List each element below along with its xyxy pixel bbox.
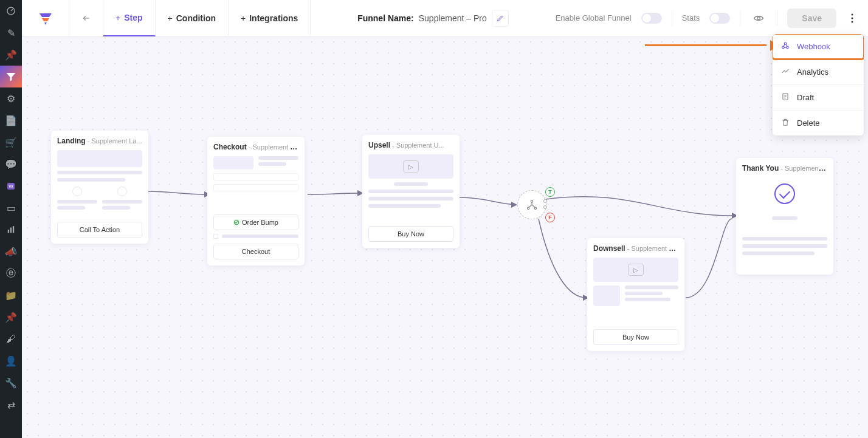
- play-icon: ▷: [628, 264, 644, 276]
- node-checkout[interactable]: Checkout - Supplement C... Order Bump Ch…: [207, 137, 305, 265]
- sidebar-item-funnel[interactable]: [0, 66, 22, 87]
- check-circle-icon: [233, 219, 239, 225]
- funnel-logo-icon: [38, 11, 53, 26]
- svg-point-14: [531, 200, 532, 202]
- funnel-name: Funnel Name: Supplement – Pro: [311, 10, 555, 27]
- tab-label: Condition: [176, 13, 216, 23]
- port: [543, 199, 547, 203]
- svg-rect-2: [10, 228, 12, 233]
- sidebar-item-8[interactable]: W: [0, 175, 22, 197]
- dropdown-label: Analytics: [797, 67, 828, 77]
- topbar-right: Enable Global Funnel Stats Save: [556, 9, 868, 28]
- node-checkout-button[interactable]: Checkout: [213, 244, 298, 259]
- plus-icon: +: [241, 13, 246, 23]
- node-buy-button[interactable]: Buy Now: [593, 329, 678, 345]
- eye-icon: [753, 13, 764, 24]
- back-button[interactable]: [69, 0, 103, 36]
- node-buy-button[interactable]: Buy Now: [368, 226, 453, 242]
- preview-button[interactable]: [750, 10, 767, 27]
- dropdown-item-delete[interactable]: Delete: [773, 110, 864, 135]
- sidebar-item-17[interactable]: 🔧: [0, 372, 22, 394]
- topbar: + Step + Condition + Integrations Funnel…: [22, 0, 868, 36]
- tab-condition[interactable]: + Condition: [156, 0, 229, 36]
- svg-point-4: [757, 16, 760, 19]
- save-button[interactable]: Save: [787, 9, 836, 28]
- node-landing[interactable]: Landing - Supplement La... Call To Actio…: [51, 131, 148, 244]
- sidebar-item-5[interactable]: 📄: [0, 109, 22, 131]
- sidebar-item-15[interactable]: 🖌: [0, 328, 22, 350]
- node-title: Upsell - Supplement U...: [368, 141, 453, 149]
- pencil-icon: [497, 15, 504, 22]
- sidebar-item-18[interactable]: ⇄: [0, 394, 22, 416]
- funnel-name-value: Supplement – Pro: [419, 13, 487, 23]
- sidebar-item-12[interactable]: ⓔ: [0, 262, 22, 284]
- trash-icon: [781, 118, 791, 128]
- sidebar-item-10[interactable]: [0, 219, 22, 241]
- enable-global-label: Enable Global Funnel: [556, 13, 632, 22]
- tab-label: Integrations: [249, 13, 298, 23]
- stats-label: Stats: [682, 13, 700, 22]
- node-downsell[interactable]: Downsell - Supplement D... ▷ Buy Now: [587, 238, 684, 351]
- wp-admin-sidebar: ✎ 📌 ⚙ 📄 🛒 💬 W ▭ 📣 ⓔ 📁 📌 🖌 👤 🔧 ⇄: [0, 0, 22, 438]
- svg-rect-1: [8, 230, 9, 233]
- sidebar-item-9[interactable]: ▭: [0, 197, 22, 219]
- node-preview: ▷: [593, 258, 678, 324]
- divider: [672, 11, 672, 26]
- play-icon: ▷: [403, 160, 419, 173]
- funnel-name-label: Funnel Name:: [357, 13, 414, 23]
- enable-global-toggle[interactable]: [641, 13, 662, 24]
- stats-toggle[interactable]: [709, 13, 730, 24]
- node-preview: [57, 150, 142, 217]
- node-upsell[interactable]: Upsell - Supplement U... ▷ Buy Now: [362, 135, 460, 248]
- node-preview: ▷: [368, 154, 453, 221]
- node-title: Downsell - Supplement D...: [593, 244, 678, 253]
- order-bump-button[interactable]: Order Bump: [213, 214, 298, 230]
- node-cta-button[interactable]: Call To Action: [57, 222, 142, 238]
- tab-step[interactable]: + Step: [103, 0, 156, 36]
- webhook-icon: [781, 41, 791, 52]
- node-title: Thank You - Supplement T...: [742, 164, 827, 173]
- divider: [740, 11, 740, 26]
- condition-true-badge: T: [545, 187, 555, 197]
- edit-name-button[interactable]: [492, 10, 509, 27]
- node-preview: [742, 177, 827, 269]
- woo-icon: W: [7, 183, 15, 190]
- svg-marker-10: [511, 202, 517, 208]
- dropdown-item-webhook[interactable]: Webhook: [773, 34, 864, 59]
- divider: [777, 11, 777, 26]
- sidebar-item-11[interactable]: 📣: [0, 241, 22, 262]
- sidebar-item-2[interactable]: 📌: [0, 44, 22, 66]
- arrow-left-icon: [80, 14, 92, 22]
- dropdown-item-analytics[interactable]: Analytics: [773, 59, 864, 84]
- sidebar-item-7[interactable]: 💬: [0, 153, 22, 175]
- funnel-icon: [5, 71, 16, 82]
- tab-integrations[interactable]: + Integrations: [229, 0, 311, 36]
- dropdown-label: Delete: [797, 118, 820, 128]
- svg-rect-3: [13, 226, 14, 233]
- check-circle-icon: [774, 183, 795, 204]
- node-condition[interactable]: [517, 190, 546, 219]
- branch-icon: [526, 199, 538, 211]
- sidebar-item-14[interactable]: 📌: [0, 306, 22, 328]
- sidebar-item-1[interactable]: ✎: [0, 22, 22, 44]
- funnel-canvas[interactable]: Landing - Supplement La... Call To Actio…: [22, 36, 868, 438]
- node-title: Checkout - Supplement C...: [213, 143, 298, 151]
- svg-point-6: [852, 17, 853, 19]
- dropdown-item-draft[interactable]: Draft: [773, 84, 864, 110]
- svg-point-16: [534, 207, 536, 209]
- dots-vertical-icon: [851, 13, 853, 23]
- tab-label: Step: [124, 13, 142, 22]
- sidebar-item-4[interactable]: ⚙: [0, 87, 22, 109]
- sidebar-item-dashboard[interactable]: [0, 0, 22, 22]
- plus-icon: +: [168, 13, 173, 23]
- sidebar-item-13[interactable]: 📁: [0, 284, 22, 306]
- more-menu-button[interactable]: [846, 10, 858, 27]
- port: [543, 205, 547, 209]
- chart-icon: [7, 225, 15, 234]
- dashboard-icon: [6, 6, 16, 16]
- sidebar-item-16[interactable]: 👤: [0, 350, 22, 372]
- node-thankyou[interactable]: Thank You - Supplement T...: [736, 158, 833, 275]
- dropdown-label: Webhook: [797, 42, 830, 51]
- more-menu-dropdown: Webhook Analytics Draft Delete: [773, 34, 864, 135]
- sidebar-item-6[interactable]: 🛒: [0, 131, 22, 153]
